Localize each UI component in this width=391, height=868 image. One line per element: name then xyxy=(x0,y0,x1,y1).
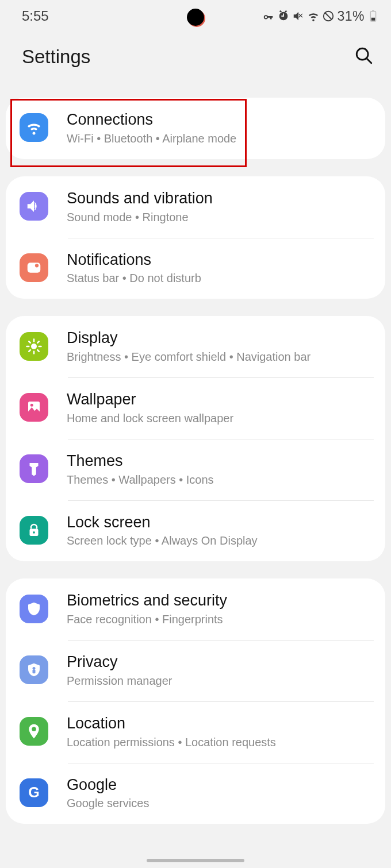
row-title: Notifications xyxy=(67,250,374,270)
row-subtitle: Status bar • Do not disturb xyxy=(67,272,374,285)
display-row[interactable]: Display Brightness • Eye comfort shield … xyxy=(6,316,385,377)
row-title: Wallpaper xyxy=(67,390,374,410)
themes-row[interactable]: Themes Themes • Wallpapers • Icons xyxy=(6,439,385,500)
google-icon: G xyxy=(20,778,48,807)
row-title: Google xyxy=(67,776,374,795)
settings-group: Biometrics and security Face recognition… xyxy=(6,578,385,824)
row-title: Lock screen xyxy=(67,513,374,533)
row-subtitle: Wi-Fi • Bluetooth • Airplane mode xyxy=(67,132,374,145)
page-title: Settings xyxy=(22,46,90,68)
connections-row[interactable]: Connections Wi-Fi • Bluetooth • Airplane… xyxy=(6,98,385,159)
svg-line-6 xyxy=(366,58,371,63)
privacy-row[interactable]: Privacy Permission manager xyxy=(6,640,385,701)
svg-text:G: G xyxy=(28,784,39,800)
settings-group: Sounds and vibration Sound mode • Ringto… xyxy=(6,176,385,299)
row-subtitle: Google services xyxy=(67,797,374,810)
location-icon xyxy=(20,717,48,746)
settings-group: Connections Wi-Fi • Bluetooth • Airplane… xyxy=(6,98,385,159)
row-title: Location xyxy=(67,714,374,734)
settings-header: Settings xyxy=(0,30,391,83)
location-row[interactable]: Location Location permissions • Location… xyxy=(6,701,385,763)
privacy-icon xyxy=(20,655,48,684)
search-button[interactable] xyxy=(354,46,374,68)
row-subtitle: Brightness • Eye comfort shield • Naviga… xyxy=(67,350,374,364)
svg-point-9 xyxy=(31,344,37,349)
row-subtitle: Sound mode • Ringtone xyxy=(67,211,374,224)
svg-rect-7 xyxy=(28,263,41,273)
settings-group: Display Brightness • Eye comfort shield … xyxy=(6,316,385,561)
row-title: Privacy xyxy=(67,653,374,672)
row-title: Display xyxy=(67,329,374,348)
row-title: Themes xyxy=(67,452,374,471)
svg-line-17 xyxy=(37,341,39,343)
brightness-icon xyxy=(20,332,48,361)
svg-point-19 xyxy=(30,404,33,407)
biometrics-row[interactable]: Biometrics and security Face recognition… xyxy=(6,578,385,640)
google-row[interactable]: G Google Google services xyxy=(6,763,385,824)
svg-point-22 xyxy=(33,667,36,670)
wallpaper-row[interactable]: Wallpaper Home and lock screen wallpaper xyxy=(6,377,385,439)
notifications-row[interactable]: Notifications Status bar • Do not distur… xyxy=(6,238,385,299)
sounds-row[interactable]: Sounds and vibration Sound mode • Ringto… xyxy=(6,176,385,238)
shield-icon xyxy=(20,595,48,623)
sound-icon xyxy=(20,192,48,221)
camera-cutout xyxy=(187,9,204,26)
svg-line-15 xyxy=(37,350,39,352)
row-title: Sounds and vibration xyxy=(67,189,374,209)
row-subtitle: Themes • Wallpapers • Icons xyxy=(67,473,374,487)
svg-line-14 xyxy=(29,341,30,343)
image-icon xyxy=(20,393,48,422)
theme-icon xyxy=(20,454,48,483)
svg-point-21 xyxy=(33,531,35,534)
wifi-icon xyxy=(20,113,48,142)
svg-point-8 xyxy=(35,264,39,267)
row-subtitle: Home and lock screen wallpaper xyxy=(67,412,374,425)
row-title: Biometrics and security xyxy=(67,591,374,611)
lock-icon xyxy=(20,516,48,545)
nav-indicator[interactable] xyxy=(0,859,391,862)
row-subtitle: Permission manager xyxy=(67,674,374,688)
svg-line-16 xyxy=(29,350,30,352)
row-subtitle: Face recognition • Fingerprints xyxy=(67,613,374,626)
svg-rect-23 xyxy=(33,670,36,673)
row-subtitle: Location permissions • Location requests xyxy=(67,736,374,749)
lock-screen-row[interactable]: Lock screen Screen lock type • Always On… xyxy=(6,500,385,562)
row-subtitle: Screen lock type • Always On Display xyxy=(67,534,374,547)
status-bar: 5:55 31% xyxy=(0,0,391,30)
notification-icon xyxy=(20,253,48,282)
row-title: Connections xyxy=(67,110,374,130)
